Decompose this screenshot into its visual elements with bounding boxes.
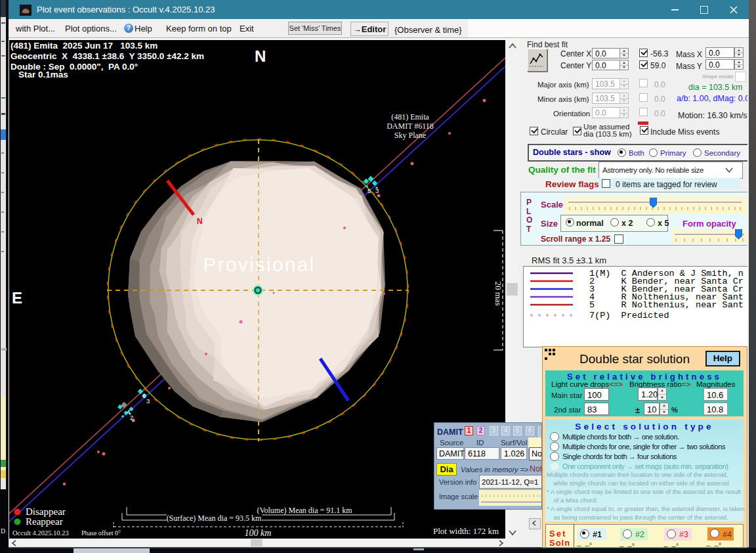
svg-text:100 km: 100 km	[245, 528, 272, 538]
svg-text:20 mas: 20 mas	[494, 281, 503, 305]
svg-text:Sky Plane: Sky Plane	[394, 131, 426, 140]
svg-text:N: N	[197, 217, 203, 226]
svg-text:Occult 4.2025.10.23: Occult 4.2025.10.23	[12, 529, 69, 537]
svg-text:Plot width: 172 km: Plot width: 172 km	[433, 526, 499, 536]
svg-text:Provisional: Provisional	[203, 254, 316, 275]
svg-text:5 R Nolthenius, near Sant: 5 R Nolthenius, near Sant	[589, 300, 744, 310]
svg-text:(481) Emita: (481) Emita	[391, 112, 429, 122]
svg-text:Disappear: Disappear	[26, 506, 66, 517]
svg-text:3: 3	[375, 187, 379, 194]
svg-text:6: 6	[142, 392, 146, 399]
svg-text:(Surface) Mean dia = 93.5 km: (Surface) Mean dia = 93.5 km	[167, 514, 262, 523]
svg-text:DAMIT #6118: DAMIT #6118	[387, 122, 434, 131]
svg-text:(Volume) Mean dia = 91.1 km: (Volume) Mean dia = 91.1 km	[257, 506, 352, 515]
svg-text:7(P) Predicted: 7(P) Predicted	[589, 311, 669, 321]
svg-text:Reappear: Reappear	[26, 516, 63, 527]
svg-text:3: 3	[146, 397, 150, 405]
svg-text:Phase offset 0°: Phase offset 0°	[81, 529, 121, 537]
svg-text:5: 5	[368, 187, 371, 194]
